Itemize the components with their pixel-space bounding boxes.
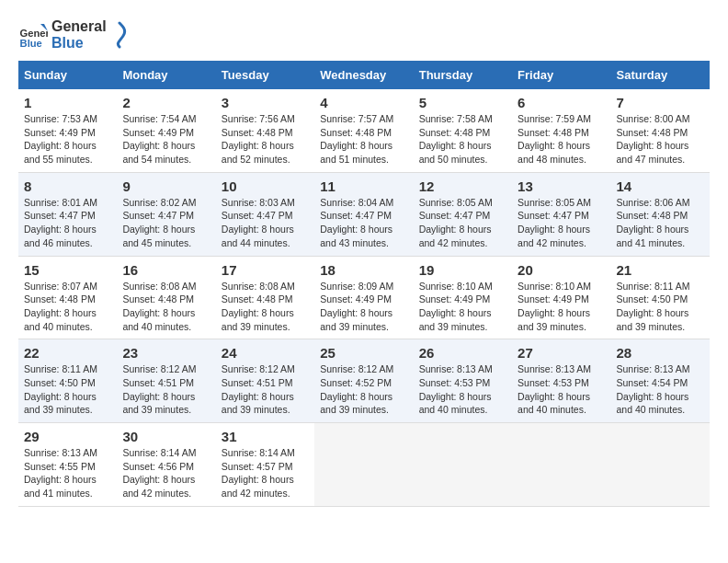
cell-info: Sunrise: 8:12 AMSunset: 4:51 PMDaylight:… <box>122 363 196 415</box>
week-row-4: 22Sunrise: 8:11 AMSunset: 4:50 PMDayligh… <box>18 339 710 423</box>
cell-info: Sunrise: 8:10 AMSunset: 4:49 PMDaylight:… <box>518 281 591 332</box>
cell-info: Sunrise: 8:14 AMSunset: 4:56 PMDaylight:… <box>122 447 196 499</box>
day-number: 14 <box>617 178 704 194</box>
cell-info: Sunrise: 8:09 AMSunset: 4:49 PMDaylight:… <box>320 281 393 332</box>
logo-line2: Blue <box>51 35 107 52</box>
cell-info: Sunrise: 8:14 AMSunset: 4:57 PMDaylight:… <box>222 447 295 499</box>
cell-info: Sunrise: 8:08 AMSunset: 4:48 PMDaylight:… <box>222 281 295 332</box>
week-row-5: 29Sunrise: 8:13 AMSunset: 4:55 PMDayligh… <box>18 423 710 507</box>
cell-info: Sunrise: 8:03 AMSunset: 4:47 PMDaylight:… <box>222 197 295 248</box>
day-number: 4 <box>320 95 407 110</box>
day-number: 28 <box>617 345 704 361</box>
cell-info: Sunrise: 8:11 AMSunset: 4:50 PMDaylight:… <box>617 281 690 332</box>
day-number: 5 <box>419 95 506 110</box>
day-number: 7 <box>617 95 704 110</box>
header-thursday: Thursday <box>414 61 512 89</box>
cell-info: Sunrise: 7:59 AMSunset: 4:48 PMDaylight:… <box>518 113 591 165</box>
calendar-cell: 12Sunrise: 8:05 AMSunset: 4:47 PMDayligh… <box>414 172 512 256</box>
day-number: 1 <box>24 95 111 110</box>
day-number: 11 <box>320 178 407 194</box>
cell-info: Sunrise: 8:13 AMSunset: 4:53 PMDaylight:… <box>518 363 591 415</box>
cell-info: Sunrise: 8:10 AMSunset: 4:49 PMDaylight:… <box>419 281 493 332</box>
calendar-cell <box>314 423 413 507</box>
calendar-cell: 3Sunrise: 7:56 AMSunset: 4:48 PMDaylight… <box>216 89 314 172</box>
calendar-cell: 11Sunrise: 8:04 AMSunset: 4:47 PMDayligh… <box>314 172 413 256</box>
day-number: 31 <box>222 429 309 444</box>
svg-text:Blue: Blue <box>20 38 42 49</box>
logo-icon: General Blue <box>18 20 48 50</box>
calendar-cell: 17Sunrise: 8:08 AMSunset: 4:48 PMDayligh… <box>216 256 314 339</box>
svg-text:General: General <box>20 28 48 39</box>
calendar-cell: 24Sunrise: 8:12 AMSunset: 4:51 PMDayligh… <box>216 339 314 423</box>
calendar-cell: 29Sunrise: 8:13 AMSunset: 4:55 PMDayligh… <box>18 423 117 507</box>
cell-info: Sunrise: 7:58 AMSunset: 4:48 PMDaylight:… <box>419 113 493 165</box>
cell-info: Sunrise: 8:01 AMSunset: 4:47 PMDaylight:… <box>24 197 97 248</box>
header-monday: Monday <box>117 61 215 89</box>
calendar-cell: 20Sunrise: 8:10 AMSunset: 4:49 PMDayligh… <box>512 256 610 339</box>
calendar-cell: 6Sunrise: 7:59 AMSunset: 4:48 PMDaylight… <box>512 89 610 172</box>
calendar-cell: 13Sunrise: 8:05 AMSunset: 4:47 PMDayligh… <box>512 172 610 256</box>
calendar-cell: 1Sunrise: 7:53 AMSunset: 4:49 PMDaylight… <box>18 89 117 172</box>
week-row-2: 8Sunrise: 8:01 AMSunset: 4:47 PMDaylight… <box>18 172 710 256</box>
day-number: 26 <box>419 345 506 361</box>
cell-info: Sunrise: 8:07 AMSunset: 4:48 PMDaylight:… <box>24 281 97 332</box>
day-number: 16 <box>122 262 210 278</box>
calendar-cell: 27Sunrise: 8:13 AMSunset: 4:53 PMDayligh… <box>512 339 610 423</box>
cell-info: Sunrise: 8:12 AMSunset: 4:51 PMDaylight:… <box>222 363 295 415</box>
calendar-cell: 14Sunrise: 8:06 AMSunset: 4:48 PMDayligh… <box>611 172 710 256</box>
logo: General Blue General Blue <box>18 18 129 52</box>
cell-info: Sunrise: 8:02 AMSunset: 4:47 PMDaylight:… <box>122 197 196 248</box>
calendar-cell: 30Sunrise: 8:14 AMSunset: 4:56 PMDayligh… <box>117 423 215 507</box>
calendar-cell <box>414 423 512 507</box>
header-saturday: Saturday <box>611 61 710 89</box>
calendar-cell: 5Sunrise: 7:58 AMSunset: 4:48 PMDaylight… <box>414 89 512 172</box>
day-number: 6 <box>518 95 605 110</box>
logo-wave-icon <box>110 21 129 49</box>
day-number: 9 <box>122 178 210 194</box>
cell-info: Sunrise: 8:08 AMSunset: 4:48 PMDaylight:… <box>122 281 196 332</box>
day-number: 10 <box>222 178 309 194</box>
cell-info: Sunrise: 8:04 AMSunset: 4:47 PMDaylight:… <box>320 197 393 248</box>
calendar-cell: 25Sunrise: 8:12 AMSunset: 4:52 PMDayligh… <box>314 339 413 423</box>
day-number: 18 <box>320 262 407 278</box>
week-row-1: 1Sunrise: 7:53 AMSunset: 4:49 PMDaylight… <box>18 89 710 172</box>
calendar-cell: 2Sunrise: 7:54 AMSunset: 4:49 PMDaylight… <box>117 89 215 172</box>
calendar-cell: 9Sunrise: 8:02 AMSunset: 4:47 PMDaylight… <box>117 172 215 256</box>
calendar-cell: 19Sunrise: 8:10 AMSunset: 4:49 PMDayligh… <box>414 256 512 339</box>
calendar-cell: 21Sunrise: 8:11 AMSunset: 4:50 PMDayligh… <box>611 256 710 339</box>
day-number: 3 <box>222 95 309 110</box>
cell-info: Sunrise: 8:00 AMSunset: 4:48 PMDaylight:… <box>617 113 690 165</box>
day-number: 22 <box>24 345 111 361</box>
cell-info: Sunrise: 7:56 AMSunset: 4:48 PMDaylight:… <box>222 113 295 165</box>
cell-info: Sunrise: 7:57 AMSunset: 4:48 PMDaylight:… <box>320 113 393 165</box>
page-header: General Blue General Blue <box>18 18 710 52</box>
week-row-3: 15Sunrise: 8:07 AMSunset: 4:48 PMDayligh… <box>18 256 710 339</box>
day-number: 23 <box>122 345 210 361</box>
calendar-cell: 26Sunrise: 8:13 AMSunset: 4:53 PMDayligh… <box>414 339 512 423</box>
calendar-cell: 10Sunrise: 8:03 AMSunset: 4:47 PMDayligh… <box>216 172 314 256</box>
cell-info: Sunrise: 7:54 AMSunset: 4:49 PMDaylight:… <box>122 113 196 165</box>
cell-info: Sunrise: 8:12 AMSunset: 4:52 PMDaylight:… <box>320 363 393 415</box>
day-number: 19 <box>419 262 506 278</box>
day-number: 8 <box>24 178 111 194</box>
calendar-cell: 22Sunrise: 8:11 AMSunset: 4:50 PMDayligh… <box>18 339 117 423</box>
day-number: 30 <box>122 429 210 444</box>
calendar-cell: 8Sunrise: 8:01 AMSunset: 4:47 PMDaylight… <box>18 172 117 256</box>
calendar-cell <box>611 423 710 507</box>
calendar-cell: 31Sunrise: 8:14 AMSunset: 4:57 PMDayligh… <box>216 423 314 507</box>
day-number: 29 <box>24 429 111 444</box>
day-number: 21 <box>617 262 704 278</box>
day-number: 25 <box>320 345 407 361</box>
header-friday: Friday <box>512 61 610 89</box>
day-number: 13 <box>518 178 605 194</box>
cell-info: Sunrise: 8:13 AMSunset: 4:55 PMDaylight:… <box>24 447 97 499</box>
cell-info: Sunrise: 8:06 AMSunset: 4:48 PMDaylight:… <box>617 197 690 248</box>
header-wednesday: Wednesday <box>314 61 413 89</box>
header-tuesday: Tuesday <box>216 61 314 89</box>
calendar-table: SundayMondayTuesdayWednesdayThursdayFrid… <box>18 61 710 507</box>
calendar-cell: 23Sunrise: 8:12 AMSunset: 4:51 PMDayligh… <box>117 339 215 423</box>
cell-info: Sunrise: 8:05 AMSunset: 4:47 PMDaylight:… <box>419 197 493 248</box>
cell-info: Sunrise: 7:53 AMSunset: 4:49 PMDaylight:… <box>24 113 97 165</box>
day-number: 15 <box>24 262 111 278</box>
day-number: 24 <box>222 345 309 361</box>
